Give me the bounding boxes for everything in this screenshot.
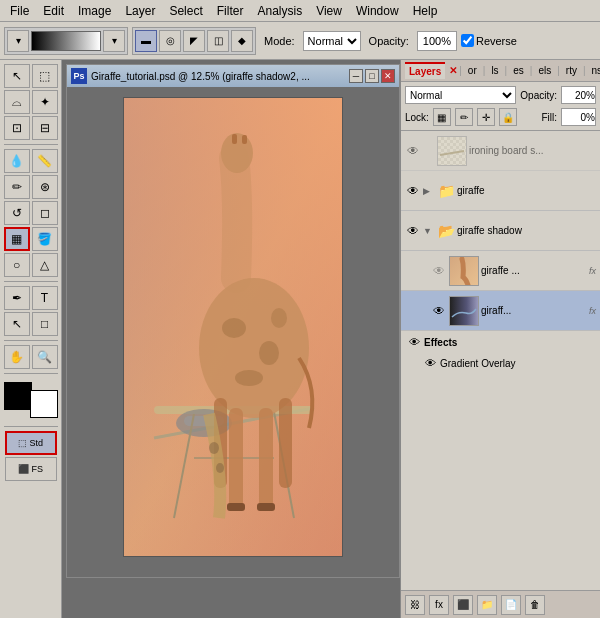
reverse-checkbox[interactable] [461, 34, 474, 47]
layer-item-giraffe1[interactable]: 👁 giraffe [401, 251, 600, 291]
magic-wand-tool[interactable]: ✦ [32, 90, 58, 114]
diamond-gradient-btn[interactable]: ◆ [231, 30, 253, 52]
doc-maximize-btn[interactable]: □ [365, 69, 379, 83]
type-tool[interactable]: T [32, 286, 58, 310]
layer-expand-giraffe[interactable]: ▶ [423, 186, 435, 196]
tab-layers[interactable]: Layers [405, 62, 445, 79]
lock-image-btn[interactable]: ✏ [455, 108, 473, 126]
tab-ls[interactable]: ls [487, 63, 502, 78]
blur-tool[interactable]: △ [32, 253, 58, 277]
layer-visibility-ironing[interactable]: 👁 [405, 143, 421, 159]
doc-minimize-btn[interactable]: ─ [349, 69, 363, 83]
shape-tool[interactable]: □ [32, 312, 58, 336]
layer-visibility-giraffe2[interactable]: 👁 [431, 303, 447, 319]
blend-mode-select[interactable]: Normal [405, 86, 516, 104]
marquee-tool[interactable]: ⬚ [32, 64, 58, 88]
layer-visibility-giraffe-shadow[interactable]: 👁 [405, 223, 421, 239]
tab-or[interactable]: or [464, 63, 481, 78]
dodge-tool[interactable]: ○ [4, 253, 30, 277]
paint-bucket-tool[interactable]: 🪣 [32, 227, 58, 251]
menu-analysis[interactable]: Analysis [251, 2, 308, 20]
effect-gradient-overlay[interactable]: 👁 Gradient Overlay [401, 353, 600, 373]
lock-all-btn[interactable]: 🔒 [499, 108, 517, 126]
add-mask-btn[interactable]: ⬛ [453, 595, 473, 615]
toolbox-divider-5 [4, 426, 58, 427]
link-layers-btn[interactable]: ⛓ [405, 595, 425, 615]
tab-rty[interactable]: rty [562, 63, 581, 78]
add-style-btn[interactable]: fx [429, 595, 449, 615]
svg-rect-10 [232, 134, 237, 144]
lock-position-btn[interactable]: ✛ [477, 108, 495, 126]
layers-tab-close[interactable]: ✕ [449, 65, 457, 76]
tab-ns[interactable]: ns [588, 63, 600, 78]
fill-input[interactable] [561, 108, 596, 126]
layer-item-giraffe-shadow-group[interactable]: 👁 ▼ 📂 giraffe shadow [401, 211, 600, 251]
lasso-tool[interactable]: ⌓ [4, 90, 30, 114]
pen-tool[interactable]: ✒ [4, 286, 30, 310]
layers-footer: ⛓ fx ⬛ 📁 📄 🗑 [401, 590, 600, 618]
layer-visibility-giraffe1[interactable]: 👁 [431, 263, 447, 279]
opacity-input[interactable] [561, 86, 596, 104]
stamp-tool[interactable]: ⊛ [32, 175, 58, 199]
angle-gradient-btn[interactable]: ◤ [183, 30, 205, 52]
ruler-tool[interactable]: 📏 [32, 149, 58, 173]
document-window: Ps Giraffe_tutorial.psd @ 12.5% (giraffe… [66, 64, 400, 578]
menu-filter[interactable]: Filter [211, 2, 250, 20]
menu-image[interactable]: Image [72, 2, 117, 20]
toolbox-row-5: ✏ ⊛ [4, 175, 58, 199]
main-area: ↖ ⬚ ⌓ ✦ ⊡ ⊟ 💧 📏 ✏ ⊛ ↺ ◻ ▦ 🪣 ○ △ [0, 60, 600, 618]
foreground-color[interactable] [4, 382, 32, 410]
gradient-overlay-eye[interactable]: 👁 [425, 357, 436, 369]
tool-preset-btn[interactable]: ▾ [7, 30, 29, 52]
tab-es[interactable]: es [509, 63, 528, 78]
move-tool[interactable]: ↖ [4, 64, 30, 88]
menu-select[interactable]: Select [163, 2, 208, 20]
crop-tool[interactable]: ⊡ [4, 116, 30, 140]
layer-visibility-giraffe[interactable]: 👁 [405, 183, 421, 199]
gradient-preview[interactable] [31, 31, 101, 51]
layer-expand-giraffe-shadow[interactable]: ▼ [423, 226, 435, 236]
tab-els[interactable]: els [534, 63, 555, 78]
menu-edit[interactable]: Edit [37, 2, 70, 20]
toolbox-divider-3 [4, 340, 58, 341]
layer-item-giraffe2[interactable]: 👁 [401, 291, 600, 331]
opacity-label: Opacity: [520, 90, 557, 101]
doc-close-btn[interactable]: ✕ [381, 69, 395, 83]
menu-view[interactable]: View [310, 2, 348, 20]
layer-fx-badge-giraffe1: fx [589, 266, 596, 276]
fullscreen-mode-btn[interactable]: ⬛ FS [5, 457, 57, 481]
gradient-tool[interactable]: ▦ [4, 227, 30, 251]
ps-icon: Ps [71, 68, 87, 84]
delete-layer-btn[interactable]: 🗑 [525, 595, 545, 615]
toolbox: ↖ ⬚ ⌓ ✦ ⊡ ⊟ 💧 📏 ✏ ⊛ ↺ ◻ ▦ 🪣 ○ △ [0, 60, 62, 618]
svg-point-14 [259, 341, 279, 365]
menu-layer[interactable]: Layer [119, 2, 161, 20]
radial-gradient-btn[interactable]: ◎ [159, 30, 181, 52]
menu-file[interactable]: File [4, 2, 35, 20]
new-group-btn[interactable]: 📁 [477, 595, 497, 615]
lock-transparent-btn[interactable]: ▦ [433, 108, 451, 126]
menu-window[interactable]: Window [350, 2, 405, 20]
new-layer-btn[interactable]: 📄 [501, 595, 521, 615]
layer-item-giraffe-group[interactable]: 👁 ▶ 📁 giraffe [401, 171, 600, 211]
gradient-options-btn[interactable]: ▾ [103, 30, 125, 52]
menu-bar: File Edit Image Layer Select Filter Anal… [0, 0, 600, 22]
hand-tool[interactable]: ✋ [4, 345, 30, 369]
slice-tool[interactable]: ⊟ [32, 116, 58, 140]
reflected-gradient-btn[interactable]: ◫ [207, 30, 229, 52]
toolbox-divider-4 [4, 373, 58, 374]
effect-eye-icon[interactable]: 👁 [409, 336, 420, 348]
linear-gradient-btn[interactable]: ▬ [135, 30, 157, 52]
background-color[interactable] [30, 390, 58, 418]
standard-mode-btn[interactable]: ⬚ Std [5, 431, 57, 455]
zoom-tool[interactable]: 🔍 [32, 345, 58, 369]
eyedropper-tool[interactable]: 💧 [4, 149, 30, 173]
opacity-input[interactable] [417, 31, 457, 51]
eraser-tool[interactable]: ◻ [32, 201, 58, 225]
path-select-tool[interactable]: ↖ [4, 312, 30, 336]
menu-help[interactable]: Help [407, 2, 444, 20]
history-brush-tool[interactable]: ↺ [4, 201, 30, 225]
mode-select[interactable]: Normal [303, 31, 361, 51]
brush-tool[interactable]: ✏ [4, 175, 30, 199]
layer-item-ironing[interactable]: 👁 ironing board s... [401, 131, 600, 171]
